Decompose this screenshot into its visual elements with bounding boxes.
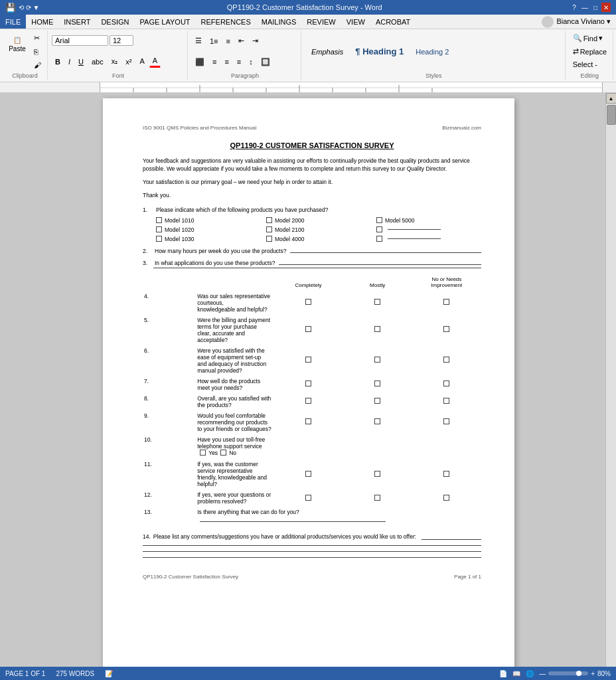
q14-line1 [422, 533, 481, 540]
view-read-icon[interactable]: 📖 [512, 670, 520, 677]
help-button[interactable]: ? [570, 3, 579, 12]
q4-check2[interactable] [374, 299, 380, 305]
scroll-thumb[interactable] [607, 105, 616, 125]
q11-check3[interactable] [443, 471, 449, 477]
q6-text: Were you satisfied with the ease of equi… [197, 345, 273, 376]
q8-check1[interactable] [305, 398, 311, 404]
q4-check3[interactable] [443, 299, 449, 305]
font-color-button[interactable]: A [149, 54, 161, 68]
view-web-icon[interactable]: 🌐 [526, 670, 534, 677]
q5-check1[interactable] [305, 326, 311, 332]
style-emphasis[interactable]: Emphasis [307, 46, 348, 58]
zoom-in-button[interactable]: + [591, 670, 595, 677]
q8-check2[interactable] [374, 398, 380, 404]
menu-file[interactable]: FILE [0, 15, 26, 29]
align-left-button[interactable]: ⬛ [192, 56, 208, 68]
align-right-button[interactable]: ≡ [221, 56, 232, 68]
text-highlight-button[interactable]: A [136, 55, 147, 67]
footer-left: QP1190-2 Customer Satisfaction Survey [143, 574, 238, 580]
italic-button[interactable]: I [65, 56, 74, 68]
zoom-slider[interactable] [548, 671, 588, 675]
q8-check3[interactable] [443, 398, 449, 404]
strikethrough-button[interactable]: abc [88, 56, 107, 68]
format-painter-button[interactable]: 🖌 [31, 59, 44, 71]
q5-check2[interactable] [374, 326, 380, 332]
menu-insert[interactable]: INSERT [58, 15, 96, 29]
q9-check1[interactable] [305, 418, 311, 424]
q12-check1[interactable] [305, 495, 311, 501]
bold-button[interactable]: B [52, 56, 64, 68]
q10-no-check[interactable] [220, 450, 226, 456]
q12-check3[interactable] [443, 495, 449, 501]
increase-indent-button[interactable]: ⇥ [249, 35, 262, 47]
question-3: 3. In what applications do you use these… [143, 260, 481, 268]
q10-yes-check[interactable] [200, 450, 206, 456]
paste-button[interactable]: 📋 Paste [5, 35, 29, 69]
q12-check2[interactable] [374, 495, 380, 501]
model-blank1-check[interactable] [376, 226, 382, 232]
multilevel-button[interactable]: ≡ [223, 35, 234, 47]
model-1020-check[interactable] [156, 226, 162, 232]
font-name-input[interactable] [52, 35, 108, 46]
menu-review[interactable]: REVIEW [301, 15, 341, 29]
menu-references[interactable]: REFERENCES [196, 15, 256, 29]
zoom-out-button[interactable]: — [539, 670, 546, 677]
cut-button[interactable]: ✂ [31, 32, 44, 44]
model-4000-check[interactable] [266, 236, 272, 242]
menu-mailings[interactable]: MAILINGS [256, 15, 302, 29]
zoom-bar: — + 80% [539, 670, 611, 677]
q4-text: Was our sales representative courteous,k… [197, 291, 273, 315]
numbering-button[interactable]: 1≡ [206, 35, 222, 47]
q7-check1[interactable] [305, 381, 311, 386]
menu-acrobat[interactable]: ACROBAT [370, 15, 416, 29]
q7-check2[interactable] [374, 381, 380, 386]
style-heading1[interactable]: ¶ Heading 1 [350, 44, 408, 58]
model-5000-check[interactable] [376, 217, 382, 223]
replace-label: Replace [580, 48, 607, 56]
q7-check3[interactable] [443, 381, 449, 386]
underline-button[interactable]: U [75, 56, 87, 68]
q6-check2[interactable] [374, 357, 380, 363]
question-2: 2. How many hours per week do you use th… [143, 248, 481, 254]
q11-check2[interactable] [374, 471, 380, 477]
model-1010-check[interactable] [156, 217, 162, 223]
q6-check3[interactable] [443, 357, 449, 363]
model-2000-check[interactable] [266, 217, 272, 223]
find-button[interactable]: 🔍 Find ▾ [570, 32, 606, 44]
copy-button[interactable]: ⎘ [31, 46, 44, 58]
maximize-button[interactable]: □ [591, 3, 600, 12]
q11-check1[interactable] [305, 471, 311, 477]
justify-button[interactable]: ≡ [234, 56, 244, 68]
scroll-up-button[interactable]: ▲ [606, 93, 617, 104]
menu-design[interactable]: DESIGN [96, 15, 134, 29]
minimize-button[interactable]: — [580, 3, 589, 12]
select-button[interactable]: Select - [570, 58, 601, 70]
find-label: Find [583, 35, 597, 42]
style-heading2[interactable]: Heading 2 [411, 46, 453, 58]
menu-page-layout[interactable]: PAGE LAYOUT [135, 15, 196, 29]
q4-check1[interactable] [305, 299, 311, 305]
menu-view[interactable]: VIEW [341, 15, 370, 29]
model-1030-check[interactable] [156, 236, 162, 242]
font-size-input[interactable] [110, 35, 133, 46]
page-header: ISO 9001 QMS Policies and Procedures Man… [143, 125, 481, 131]
decrease-indent-button[interactable]: ⇤ [235, 35, 248, 47]
close-button[interactable]: ✕ [601, 3, 611, 12]
view-print-icon[interactable]: 📄 [499, 670, 507, 677]
q3-answer-line [279, 264, 481, 265]
question-1: 1. Please indicate which of the followin… [143, 207, 481, 242]
bullets-button[interactable]: ☰ [192, 35, 205, 47]
align-center-button[interactable]: ≡ [209, 56, 220, 68]
line-spacing-button[interactable]: ↕ [246, 56, 256, 68]
q6-check1[interactable] [305, 357, 311, 363]
q9-check3[interactable] [443, 418, 449, 424]
replace-button[interactable]: ⇄ Replace [570, 45, 610, 58]
q5-check3[interactable] [443, 326, 449, 332]
superscript-button[interactable]: x² [122, 56, 135, 68]
menu-home[interactable]: HOME [26, 15, 58, 29]
model-blank2-check[interactable] [376, 236, 382, 242]
q9-check2[interactable] [374, 418, 380, 424]
model-2100-check[interactable] [266, 226, 272, 232]
shading-button[interactable]: 🔲 [258, 56, 273, 68]
subscript-button[interactable]: x₂ [108, 55, 121, 68]
